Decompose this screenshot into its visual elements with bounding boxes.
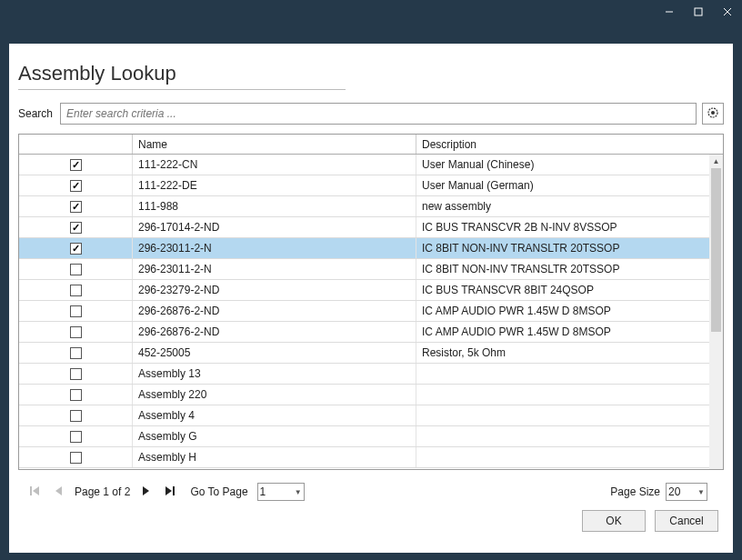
dialog: Assembly Lookup Search Name Description bbox=[9, 44, 733, 553]
maximize-button[interactable] bbox=[684, 0, 713, 24]
table-row[interactable]: 296-23011-2-NIC 8BIT NON-INV TRANSLTR 20… bbox=[19, 259, 709, 280]
window-controls bbox=[655, 0, 742, 24]
row-checkbox-cell bbox=[19, 238, 133, 258]
row-checkbox[interactable] bbox=[70, 347, 82, 359]
row-name: 296-17014-2-ND bbox=[133, 217, 416, 237]
row-checkbox-cell bbox=[19, 175, 133, 195]
svg-marker-9 bbox=[143, 486, 149, 495]
table-row[interactable]: 452-25005Resistor, 5k Ohm bbox=[19, 343, 709, 364]
row-checkbox-cell bbox=[19, 322, 133, 342]
table-row[interactable]: Assembly G bbox=[19, 426, 709, 447]
next-page-icon bbox=[142, 485, 151, 499]
row-checkbox[interactable] bbox=[70, 180, 82, 192]
grid-header: Name Description bbox=[19, 135, 723, 155]
svg-rect-6 bbox=[30, 486, 32, 495]
row-name: Assembly H bbox=[133, 447, 416, 467]
row-name: Assembly 4 bbox=[133, 405, 416, 425]
row-description bbox=[416, 447, 709, 467]
pager-right: Page Size 20 ▼ bbox=[610, 483, 724, 501]
row-description: User Manual (German) bbox=[416, 175, 709, 195]
row-checkbox[interactable] bbox=[70, 368, 82, 380]
last-page-icon bbox=[165, 485, 175, 499]
row-checkbox-cell bbox=[19, 364, 133, 384]
scroll-up-icon[interactable]: ▲ bbox=[709, 155, 723, 168]
first-page-button[interactable] bbox=[27, 485, 42, 499]
svg-marker-8 bbox=[55, 486, 62, 495]
row-name: Assembly 220 bbox=[133, 385, 416, 405]
column-header-description[interactable]: Description bbox=[416, 135, 723, 154]
row-checkbox[interactable] bbox=[70, 452, 82, 464]
row-description: IC 8BIT NON-INV TRANSLTR 20TSSOP bbox=[416, 259, 709, 279]
app-frame: Assembly Lookup Search Name Description bbox=[0, 0, 742, 560]
row-checkbox[interactable] bbox=[70, 305, 82, 317]
row-name: Assembly 13 bbox=[133, 364, 416, 384]
row-name: 296-23279-2-ND bbox=[133, 280, 416, 300]
table-row[interactable]: 111-988new assembly bbox=[19, 196, 709, 217]
results-grid: Name Description 111-222-CNUser Manual (… bbox=[18, 134, 724, 470]
row-description: IC BUS TRANSCVR 8BIT 24QSOP bbox=[416, 280, 709, 300]
column-header-checkbox[interactable] bbox=[19, 135, 133, 154]
search-row: Search bbox=[9, 103, 733, 134]
search-label: Search bbox=[18, 107, 53, 120]
table-row[interactable]: 296-23279-2-NDIC BUS TRANSCVR 8BIT 24QSO… bbox=[19, 280, 709, 301]
row-name: 111-222-CN bbox=[133, 155, 416, 175]
goto-page-select[interactable]: 1 ▼ bbox=[257, 483, 305, 501]
next-page-button[interactable] bbox=[139, 485, 154, 499]
row-checkbox[interactable] bbox=[70, 389, 82, 401]
row-checkbox[interactable] bbox=[70, 410, 82, 422]
row-checkbox-cell bbox=[19, 385, 133, 405]
row-name: 296-26876-2-ND bbox=[133, 301, 416, 321]
table-row[interactable]: 111-222-CNUser Manual (Chinese) bbox=[19, 155, 709, 175]
row-checkbox[interactable] bbox=[70, 264, 82, 275]
table-row[interactable]: Assembly 13 bbox=[19, 364, 709, 385]
page-size-label: Page Size bbox=[610, 485, 660, 498]
table-row[interactable]: 296-17014-2-NDIC BUS TRANSCVR 2B N-INV 8… bbox=[19, 217, 709, 238]
row-description: Resistor, 5k Ohm bbox=[416, 343, 709, 363]
row-name: 452-25005 bbox=[133, 343, 416, 363]
row-description bbox=[416, 426, 709, 446]
row-description: User Manual (Chinese) bbox=[416, 155, 709, 175]
page-size-select[interactable]: 20 ▼ bbox=[666, 483, 707, 501]
row-name: 296-26876-2-ND bbox=[133, 322, 416, 342]
search-options-button[interactable] bbox=[702, 103, 724, 125]
row-description: IC AMP AUDIO PWR 1.45W D 8MSOP bbox=[416, 301, 709, 321]
row-checkbox[interactable] bbox=[70, 285, 82, 296]
row-checkbox[interactable] bbox=[70, 222, 82, 234]
row-description bbox=[416, 364, 709, 384]
table-row[interactable]: Assembly 4 bbox=[19, 405, 709, 426]
dialog-buttons: OK Cancel bbox=[9, 501, 733, 532]
row-checkbox-cell bbox=[19, 259, 133, 279]
row-checkbox-cell bbox=[19, 217, 133, 237]
row-checkbox[interactable] bbox=[70, 243, 82, 255]
table-row[interactable]: 296-23011-2-NIC 8BIT NON-INV TRANSLTR 20… bbox=[19, 238, 709, 259]
row-checkbox[interactable] bbox=[70, 326, 82, 338]
cancel-button[interactable]: Cancel bbox=[655, 510, 718, 532]
ok-button[interactable]: OK bbox=[582, 510, 646, 532]
row-checkbox-cell bbox=[19, 196, 133, 216]
svg-rect-1 bbox=[695, 8, 702, 15]
table-row[interactable]: 111-222-DEUser Manual (German) bbox=[19, 175, 709, 196]
row-checkbox[interactable] bbox=[70, 201, 82, 213]
search-input[interactable] bbox=[60, 103, 697, 125]
dialog-title: Assembly Lookup bbox=[9, 44, 733, 89]
prev-page-button[interactable] bbox=[51, 485, 65, 499]
row-description bbox=[416, 385, 709, 405]
column-header-name[interactable]: Name bbox=[133, 135, 416, 154]
vertical-scrollbar[interactable]: ▲ bbox=[709, 155, 723, 469]
close-button[interactable] bbox=[713, 0, 742, 24]
table-row[interactable]: Assembly H bbox=[19, 447, 709, 468]
row-checkbox-cell bbox=[19, 405, 133, 425]
row-checkbox-cell bbox=[19, 447, 133, 467]
row-checkbox[interactable] bbox=[70, 159, 82, 171]
row-name: 111-988 bbox=[133, 196, 416, 216]
table-row[interactable]: 296-26876-2-NDIC AMP AUDIO PWR 1.45W D 8… bbox=[19, 301, 709, 322]
row-checkbox-cell bbox=[19, 426, 133, 446]
row-checkbox[interactable] bbox=[70, 431, 82, 443]
pager: Page 1 of 2 Go To Page 1 ▼ Page Size 20 bbox=[9, 470, 733, 501]
table-row[interactable]: Assembly 220 bbox=[19, 385, 709, 405]
row-name: 296-23011-2-N bbox=[133, 238, 416, 258]
last-page-button[interactable] bbox=[163, 485, 177, 499]
scroll-thumb[interactable] bbox=[711, 168, 721, 332]
minimize-button[interactable] bbox=[655, 0, 684, 24]
table-row[interactable]: 296-26876-2-NDIC AMP AUDIO PWR 1.45W D 8… bbox=[19, 322, 709, 343]
